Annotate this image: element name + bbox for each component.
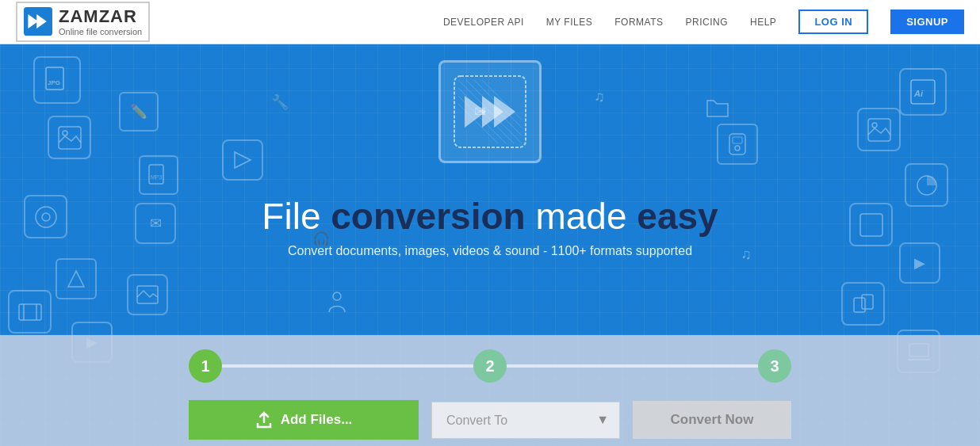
hero-title: File conversion made easy (262, 195, 718, 238)
svg-text:Ai: Ai (913, 89, 924, 98)
svg-rect-21 (860, 214, 882, 236)
svg-rect-29 (733, 137, 742, 143)
navbar: ZAMZAR Online file conversion DEVELOPER … (0, 0, 980, 44)
hero-title-easy: easy (637, 196, 718, 237)
svg-point-27 (333, 292, 341, 300)
actions-row: Add Files... Convert To ▼ Convert Now (189, 400, 791, 440)
hero-section: JPG ✏️ ▶ MP3 ✉ Ai ▶ 🔧 🎧 (0, 44, 980, 446)
hero-logo-center (438, 60, 542, 163)
float-icon-play2: ▶ (899, 242, 940, 284)
step-1-circle: 1 (189, 349, 222, 383)
svg-point-19 (872, 123, 877, 128)
float-icon-image2 (127, 274, 168, 315)
float-icon-triangle (56, 258, 97, 299)
login-button[interactable]: LOG IN (798, 10, 868, 34)
float-icon-arrow (222, 139, 263, 181)
step-2-circle: 2 (473, 349, 507, 383)
zamzar-logo-icon (24, 7, 52, 36)
float-icon-mp3: MP3 (139, 155, 178, 195)
svg-rect-22 (854, 298, 865, 312)
convert-to-select[interactable]: Convert To (431, 402, 620, 439)
logo-name: ZAMZAR (59, 6, 142, 27)
nav-links: DEVELOPER API MY FILES FORMATS PRICING H… (443, 10, 964, 34)
float-icon-gameboy (717, 124, 758, 165)
float-icon-image4 (849, 203, 893, 246)
add-files-button[interactable]: Add Files... (189, 400, 419, 440)
float-icon-ai: Ai (899, 68, 947, 116)
developer-api-link[interactable]: DEVELOPER API (443, 17, 524, 28)
float-icon-film (8, 290, 52, 334)
float-icon-image1 (48, 116, 91, 159)
float-icon-backup (841, 282, 885, 326)
svg-rect-23 (862, 295, 873, 309)
float-icon-music: ♫ (726, 234, 766, 274)
hero-logo-svg (450, 72, 530, 151)
float-icon-image3 (857, 108, 901, 151)
svg-rect-10 (19, 304, 41, 320)
pricing-link[interactable]: PRICING (686, 17, 729, 28)
my-files-link[interactable]: MY FILES (546, 17, 592, 28)
hero-title-conversion: conversion (331, 196, 525, 237)
logo: ZAMZAR Online file conversion (16, 2, 150, 43)
hero-subtitle: Convert documents, images, videos & soun… (288, 244, 692, 258)
upload-icon (255, 411, 273, 429)
float-icon-pie (905, 163, 948, 207)
convert-now-button[interactable]: Convert Now (633, 401, 791, 439)
help-link[interactable]: HELP (750, 17, 776, 28)
svg-point-7 (36, 207, 56, 227)
svg-point-8 (42, 213, 50, 221)
svg-text:JPG: JPG (48, 79, 60, 86)
float-icon-folder (698, 88, 737, 128)
svg-point-30 (735, 146, 740, 151)
step-3-circle: 3 (758, 349, 791, 383)
convert-to-wrapper: Convert To ▼ (431, 402, 620, 439)
svg-marker-41 (494, 96, 515, 128)
svg-marker-26 (235, 152, 251, 168)
float-icon-pencil: ✏️ (119, 92, 159, 132)
convert-panel: 1 2 3 Add Files... Convert To ▼ Convert … (0, 335, 980, 446)
logo-subtitle: Online file conversion (59, 27, 142, 37)
steps-row: 1 2 3 (189, 349, 791, 383)
float-icon-music2: ♫ (579, 76, 620, 117)
svg-point-6 (63, 131, 67, 135)
float-icon-cd (24, 195, 67, 238)
formats-link[interactable]: FORMATS (614, 17, 663, 28)
step-line-2 (505, 364, 760, 368)
add-files-label: Add Files... (281, 412, 353, 428)
float-icon-jpg: JPG (33, 56, 81, 104)
float-icon-wrench: 🔧 (262, 84, 297, 120)
float-icon-email: ✉ (135, 203, 176, 244)
svg-marker-9 (68, 271, 84, 287)
step-line-1 (220, 364, 475, 368)
float-icon-person (317, 282, 357, 322)
signup-button[interactable]: SIGNUP (890, 10, 964, 34)
svg-text:MP3: MP3 (151, 174, 163, 180)
